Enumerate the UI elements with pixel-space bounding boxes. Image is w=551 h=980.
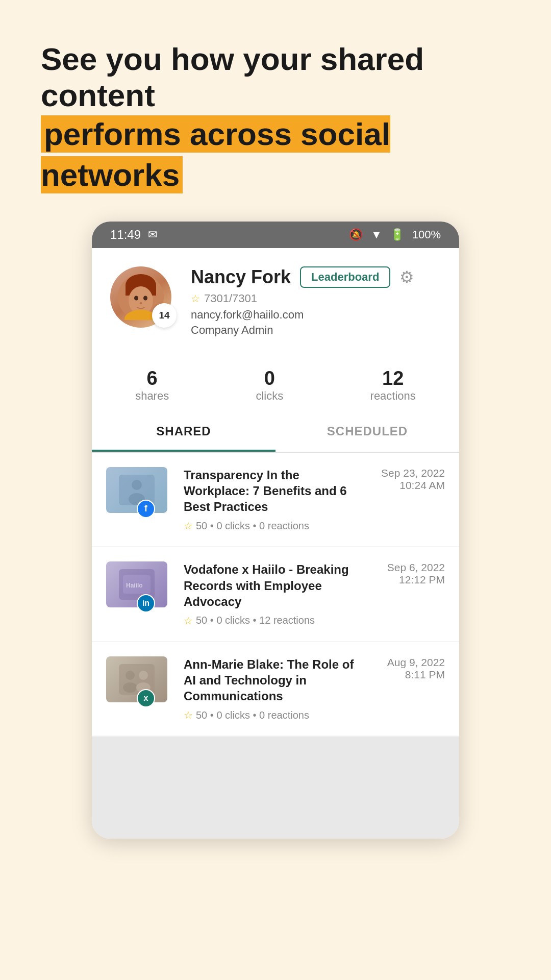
item-details: Vodafone x Haiilo - Breaking Records wit… [184, 561, 445, 627]
item-title: Ann-Marie Blake: The Role of AI and Tech… [184, 656, 358, 704]
status-bar: 11:49 ✉ 🔕 ▼ 🔋 100% [92, 222, 459, 248]
tab-shared[interactable]: SHARED [92, 413, 276, 452]
item-date: Sep 23, 2022 10:24 AM [358, 467, 445, 492]
list-item[interactable]: f Transparency In the Workplace: 7 Benef… [92, 453, 459, 547]
shares-label: shares [135, 389, 169, 402]
profile-top: 14 Nancy Fork Leaderboard ⚙ ☆ 7301/7301 … [110, 266, 441, 337]
item-star-icon: ☆ [184, 615, 193, 627]
item-top-row: Vodafone x Haiilo - Breaking Records wit… [184, 561, 445, 615]
profile-role: Company Admin [191, 324, 441, 337]
list-item[interactable]: Haiilo in Vodafone x Haiilo - Breaking R… [92, 547, 459, 641]
status-left: 11:49 ✉ [110, 228, 157, 242]
item-date: Sep 6, 2022 12:12 PM [358, 561, 445, 586]
item-meta: ☆ 50 • 0 clicks • 0 reactions [184, 709, 445, 721]
status-time: 11:49 [110, 228, 141, 242]
clicks-value: 0 [256, 368, 283, 389]
svg-point-7 [140, 302, 142, 304]
rank-star-icon: ☆ [191, 292, 200, 305]
reactions-label: reactions [370, 389, 416, 402]
battery-icon: 🔋 [390, 228, 404, 241]
clicks-label: clicks [256, 389, 283, 402]
item-star-icon: ☆ [184, 520, 193, 532]
hero-section: See you how your shared content performs… [0, 0, 551, 222]
hero-line2: performs across social networks [41, 115, 390, 194]
svg-point-16 [123, 682, 137, 693]
svg-point-6 [143, 296, 147, 300]
item-top-row: Ann-Marie Blake: The Role of AI and Tech… [184, 656, 445, 709]
settings-button[interactable]: ⚙ [399, 267, 414, 287]
stat-shares: 6 shares [135, 368, 169, 403]
list-item[interactable]: x Ann-Marie Blake: The Role of AI and Te… [92, 642, 459, 736]
svg-point-5 [134, 296, 138, 300]
item-details: Ann-Marie Blake: The Role of AI and Tech… [184, 656, 445, 722]
profile-info: Nancy Fork Leaderboard ⚙ ☆ 7301/7301 nan… [191, 266, 441, 337]
item-date: Aug 9, 2022 8:11 PM [358, 656, 445, 681]
svg-point-9 [132, 480, 142, 490]
linkedin-badge: in [137, 594, 155, 612]
item-star-icon: ☆ [184, 709, 193, 721]
mute-icon: 🔕 [349, 228, 363, 241]
item-details: Transparency In the Workplace: 7 Benefit… [184, 467, 445, 532]
svg-point-17 [139, 671, 148, 680]
stat-reactions: 12 reactions [370, 368, 416, 403]
content-list: f Transparency In the Workplace: 7 Benef… [92, 453, 459, 839]
item-stats: 50 • 0 clicks • 0 reactions [196, 520, 309, 532]
badge-count: 14 [152, 303, 177, 328]
item-stats: 50 • 0 clicks • 12 reactions [196, 615, 315, 626]
stats-row: 6 shares 0 clicks 12 reactions [92, 353, 459, 413]
thumbnail-wrap: f [106, 467, 172, 513]
stat-clicks: 0 clicks [256, 368, 283, 403]
phone-mockup: 11:49 ✉ 🔕 ▼ 🔋 100% [92, 222, 459, 839]
profile-name: Nancy Fork [191, 266, 291, 288]
facebook-badge: f [137, 500, 155, 518]
email-app-icon: ✉ [148, 228, 157, 241]
thumbnail-wrap: Haiilo in [106, 561, 172, 607]
hero-line1: See you how your shared content [41, 41, 510, 114]
tabs-row: SHARED SCHEDULED [92, 413, 459, 453]
item-title: Vodafone x Haiilo - Breaking Records wit… [184, 561, 358, 609]
svg-text:Haiilo: Haiilo [126, 582, 143, 589]
wifi-icon: ▼ [371, 228, 382, 241]
empty-area [92, 737, 459, 839]
reactions-value: 12 [370, 368, 416, 389]
gear-icon: ⚙ [399, 268, 414, 286]
item-top-row: Transparency In the Workplace: 7 Benefit… [184, 467, 445, 520]
rank-score: 7301/7301 [204, 292, 257, 305]
svg-point-15 [126, 671, 135, 680]
profile-section: 14 Nancy Fork Leaderboard ⚙ ☆ 7301/7301 … [92, 248, 459, 337]
profile-rank: ☆ 7301/7301 [191, 292, 441, 305]
xing-badge: x [137, 689, 155, 707]
shares-value: 6 [135, 368, 169, 389]
item-stats: 50 • 0 clicks • 0 reactions [196, 709, 309, 721]
battery-percent: 100% [412, 228, 441, 241]
thumbnail-wrap: x [106, 656, 172, 702]
item-meta: ☆ 50 • 0 clicks • 0 reactions [184, 520, 445, 532]
profile-email: nancy.fork@haiilo.com [191, 308, 441, 322]
leaderboard-button[interactable]: Leaderboard [300, 266, 390, 288]
profile-name-row: Nancy Fork Leaderboard ⚙ [191, 266, 441, 288]
tab-scheduled[interactable]: SCHEDULED [276, 413, 459, 452]
status-right: 🔕 ▼ 🔋 100% [349, 228, 441, 241]
avatar-wrap: 14 [110, 266, 177, 328]
item-title: Transparency In the Workplace: 7 Benefit… [184, 467, 358, 515]
item-meta: ☆ 50 • 0 clicks • 12 reactions [184, 615, 445, 627]
